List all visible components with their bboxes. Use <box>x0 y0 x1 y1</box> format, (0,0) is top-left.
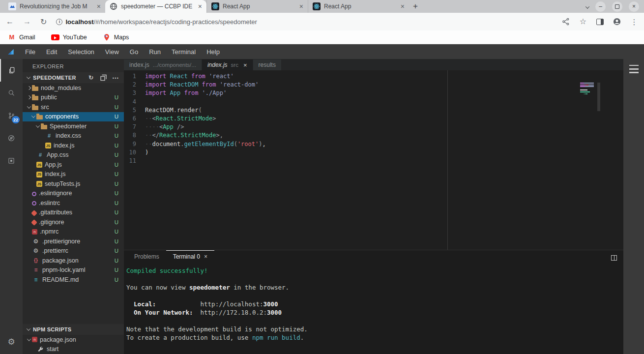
browser-tab-3[interactable]: React App× <box>206 0 308 13</box>
bookmark-gmail[interactable]: MGmail <box>8 33 35 41</box>
panel-tab-close-icon[interactable]: × <box>204 253 207 260</box>
code-editor[interactable]: 1import React from 'react'2import ReactD… <box>124 70 623 250</box>
tree-item-speedometer[interactable]: SpeedometerU <box>23 121 124 131</box>
share-icon[interactable] <box>562 18 570 26</box>
tree-item-components[interactable]: componentsU <box>23 112 124 122</box>
minimap-slider[interactable] <box>597 83 600 111</box>
code-token: import <box>145 81 170 89</box>
activity-source-control-icon[interactable]: 22 <box>0 104 23 127</box>
tree-item-readme-md[interactable]: README.mdU <box>23 275 124 285</box>
tree-item--prettierrc[interactable]: .prettierrcU <box>23 246 124 256</box>
tree-item-label: package.json <box>42 257 79 264</box>
restore-icon[interactable] <box>612 1 622 12</box>
menu-item-help[interactable]: Help <box>201 48 225 56</box>
tree-item-public[interactable]: publicU <box>23 93 124 103</box>
menu-item-selection[interactable]: Selection <box>62 48 99 56</box>
youtube-icon <box>51 34 59 40</box>
editor-tab-1[interactable]: index.js.../components/... <box>124 59 202 70</box>
editor-tab-3[interactable]: results <box>253 59 281 70</box>
yaml-icon <box>32 266 40 274</box>
tab-search-chevron-icon[interactable] <box>586 2 589 11</box>
bookmark-maps[interactable]: Maps <box>103 33 129 41</box>
collapse-all-icon[interactable] <box>99 74 107 82</box>
panel-tab-label: Problems <box>134 253 159 260</box>
panel-tab-problems[interactable]: Problems <box>127 250 166 263</box>
react-favicon <box>313 2 321 10</box>
profile-avatar[interactable] <box>613 18 621 26</box>
back-button[interactable]: ← <box>6 17 14 26</box>
browser-tab-1[interactable]: Revolutionizing the Job M× <box>4 0 105 13</box>
tree-item-setuptests-js[interactable]: setupTests.jsU <box>23 179 124 189</box>
tree-item-app-js[interactable]: App.jsU <box>23 160 124 170</box>
forward-button[interactable]: → <box>23 17 31 26</box>
menu-item-go[interactable]: Go <box>124 48 144 56</box>
tree-item--prettierignore[interactable]: .prettierignoreU <box>23 236 124 246</box>
code-token: React.StrictMode <box>156 115 213 123</box>
terminal-text: . <box>300 334 304 341</box>
menu-item-terminal[interactable]: Terminal <box>166 48 201 56</box>
code-token: ) <box>145 148 148 157</box>
panel-tab-terminal-0[interactable]: Terminal 0× <box>166 250 214 263</box>
browser-tab-2[interactable]: speedometer — CCBP IDE× <box>105 0 206 13</box>
tree-item--eslintignore[interactable]: .eslintignoreU <box>23 189 124 199</box>
menu-item-view[interactable]: View <box>100 48 124 56</box>
refresh-icon[interactable]: ↻ <box>87 74 95 82</box>
split-panel-icon[interactable] <box>611 255 617 261</box>
menu-item-edit[interactable]: Edit <box>41 48 62 56</box>
tree-item--npmrc[interactable]: .npmrcU <box>23 227 124 237</box>
git-status-badge: U <box>115 258 118 264</box>
url-host: localhost <box>65 18 93 26</box>
tree-item--eslintrc[interactable]: .eslintrcU <box>23 198 124 208</box>
tree-item-label: src <box>41 104 49 111</box>
outline-views-icon[interactable] <box>629 65 639 73</box>
minimize-icon[interactable]: – <box>595 1 606 12</box>
tree-item-app-css[interactable]: App.cssU <box>23 150 124 160</box>
more-icon[interactable]: ⋯ <box>112 74 119 82</box>
terminal-output[interactable]: Compiled successfully! You can now view … <box>124 263 623 342</box>
editor-tab-2[interactable]: index.jssrc× <box>202 59 253 70</box>
npm-script-package-json[interactable]: package.json <box>23 335 124 345</box>
code-token: ·· <box>145 140 152 148</box>
terminal-text: On Your Network: <box>126 309 193 316</box>
editor-tab-close-icon[interactable]: × <box>243 62 247 68</box>
git-status-badge: U <box>115 162 118 168</box>
side-panel-icon[interactable] <box>596 19 604 25</box>
reload-button[interactable]: ↻ <box>40 17 47 27</box>
tree-item-index-js[interactable]: index.jsU <box>23 170 124 179</box>
browser-tab-4[interactable]: React App× <box>308 0 409 13</box>
code-line: 4 <box>124 98 623 106</box>
folder-icon <box>41 125 47 129</box>
star-icon[interactable]: ☆ <box>579 18 587 26</box>
tree-item-index-js[interactable]: index.jsU <box>23 141 124 150</box>
menu-item-file[interactable]: File <box>20 48 41 56</box>
tab-close-icon[interactable]: × <box>198 3 202 10</box>
project-section-header[interactable]: SPEEDOMETER ↻⋯ <box>23 72 124 83</box>
tree-item--gitignore[interactable]: .gitignoreU <box>23 217 124 227</box>
npm-script-start[interactable]: start <box>23 345 124 354</box>
tab-close-icon[interactable]: × <box>299 3 303 10</box>
minimap[interactable] <box>580 83 594 95</box>
new-tab-button[interactable]: + <box>409 0 422 13</box>
activity-plugins-icon[interactable] <box>0 149 23 172</box>
bookmark-youtube[interactable]: YouTube <box>51 34 87 41</box>
tree-item-pnpm-lock-yaml[interactable]: pnpm-lock.yamlU <box>23 266 124 275</box>
address-bar[interactable]: localhost/#/home/workspace/reactjs/codin… <box>65 18 257 26</box>
tree-item--gitattributes[interactable]: .gitattributesU <box>23 208 124 218</box>
kebab-menu-icon[interactable]: ⋮ <box>630 18 638 26</box>
activity-gear-icon[interactable]: ⚙ <box>0 330 23 353</box>
close-window-icon[interactable]: × <box>629 1 639 12</box>
activity-files-icon[interactable] <box>0 59 23 82</box>
terminal-line <box>126 317 623 325</box>
activity-search-icon[interactable] <box>0 82 23 104</box>
tab-close-icon[interactable]: × <box>401 3 405 10</box>
tree-item-package-json[interactable]: package.jsonU <box>23 256 124 266</box>
tree-item-index-css[interactable]: index.cssU <box>23 131 124 141</box>
npm-scripts-header[interactable]: NPM SCRIPTS <box>23 324 124 335</box>
site-info-icon[interactable] <box>56 19 62 25</box>
tab-close-icon[interactable]: × <box>97 3 101 10</box>
tree-item-node-modules[interactable]: node_modules <box>23 83 124 93</box>
tree-item-label: .gitignore <box>39 219 64 226</box>
tree-item-src[interactable]: srcU <box>23 102 124 112</box>
menu-item-run[interactable]: Run <box>144 48 166 56</box>
activity-debug-disabled-icon[interactable] <box>0 127 23 149</box>
